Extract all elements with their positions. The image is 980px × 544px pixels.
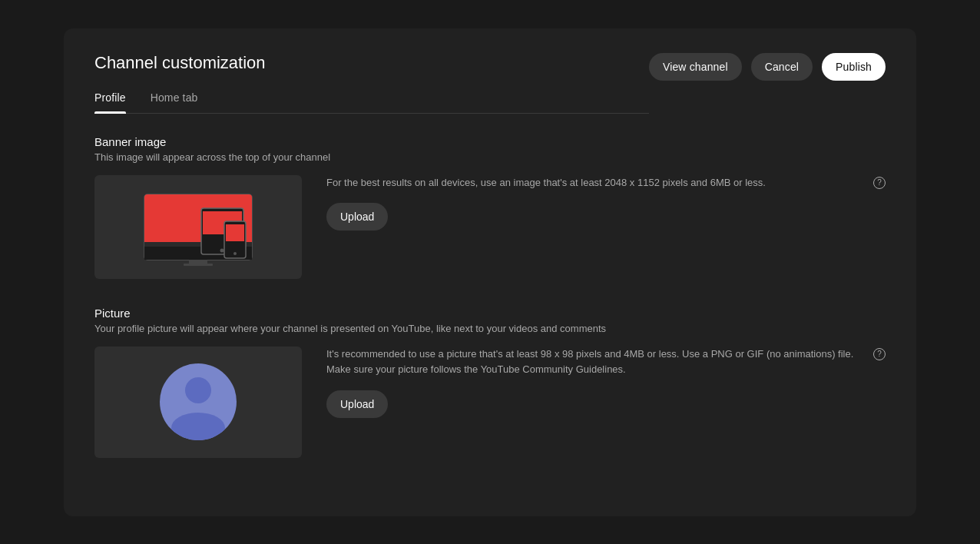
banner-help-icon[interactable]: ? bbox=[873, 177, 886, 189]
picture-info-text: It's recommended to use a picture that's… bbox=[326, 347, 886, 379]
picture-upload-button[interactable]: Upload bbox=[326, 390, 388, 418]
picture-preview bbox=[94, 347, 302, 458]
avatar bbox=[160, 363, 237, 440]
page-title: Channel customization bbox=[94, 53, 649, 73]
banner-illustration bbox=[141, 187, 255, 267]
banner-body: For the best results on all devices, use… bbox=[94, 175, 886, 279]
tab-home[interactable]: Home tab bbox=[151, 91, 198, 113]
svg-rect-14 bbox=[226, 241, 244, 252]
banner-info-text: For the best results on all devices, use… bbox=[326, 175, 886, 191]
outer-background: Channel customization Profile Home tab V… bbox=[0, 0, 980, 544]
banner-upload-button[interactable]: Upload bbox=[326, 203, 388, 231]
tabs-container: Profile Home tab bbox=[94, 91, 649, 114]
top-bar: Channel customization Profile Home tab V… bbox=[94, 53, 886, 114]
action-buttons: View channel Cancel Publish bbox=[649, 53, 886, 81]
svg-point-10 bbox=[220, 248, 224, 252]
avatar-body bbox=[171, 413, 225, 440]
view-channel-button[interactable]: View channel bbox=[649, 53, 742, 81]
banner-info: For the best results on all devices, use… bbox=[326, 175, 886, 231]
svg-rect-5 bbox=[184, 264, 213, 266]
picture-info: It's recommended to use a picture that's… bbox=[326, 347, 886, 419]
tab-profile[interactable]: Profile bbox=[94, 91, 126, 113]
banner-preview bbox=[94, 175, 302, 279]
picture-section: Picture Your profile picture will appear… bbox=[94, 307, 886, 458]
top-left: Channel customization Profile Home tab bbox=[94, 53, 649, 114]
avatar-head bbox=[185, 377, 211, 403]
svg-point-15 bbox=[233, 252, 237, 255]
main-card: Channel customization Profile Home tab V… bbox=[64, 28, 916, 516]
publish-button[interactable]: Publish bbox=[822, 53, 886, 81]
banner-title: Banner image bbox=[94, 135, 886, 148]
cancel-button[interactable]: Cancel bbox=[751, 53, 813, 81]
picture-body: It's recommended to use a picture that's… bbox=[94, 347, 886, 458]
picture-help-icon[interactable]: ? bbox=[873, 348, 886, 360]
picture-title: Picture bbox=[94, 307, 886, 320]
picture-description: Your profile picture will appear where y… bbox=[94, 323, 886, 334]
banner-section: Banner image This image will appear acro… bbox=[94, 135, 886, 279]
banner-description: This image will appear across the top of… bbox=[94, 151, 886, 163]
